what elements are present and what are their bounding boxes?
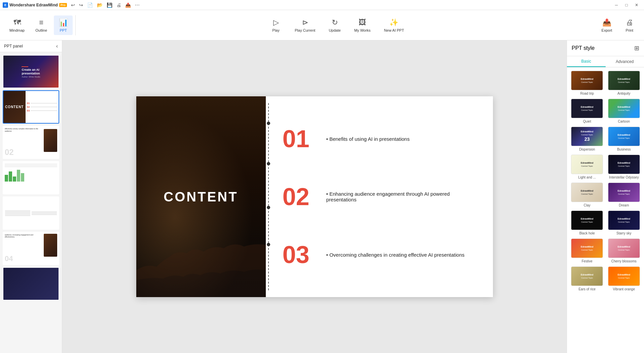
style-name-black-hole: Black hole: [579, 231, 595, 235]
red-bar: [22, 66, 28, 67]
style-item-business[interactable]: EdrawMind Central Topic Business: [607, 127, 641, 151]
undo-button[interactable]: ↩: [70, 2, 76, 8]
main-slide: CONTENT 01 Benefits of using AI in prese…: [136, 96, 493, 297]
slide-item-2: 02 Enhancing audience engagement through…: [283, 181, 476, 212]
mindmap-label: Mindmap: [9, 28, 25, 32]
style-item-dream[interactable]: EdrawMind Central Topic Dream: [607, 183, 641, 207]
slide-left-panel: CONTENT: [136, 96, 266, 297]
style-preview-cherry-blossoms: EdrawMind Central Topic: [608, 238, 640, 258]
pro-badge: Pro: [59, 3, 67, 7]
style-preview-business: EdrawMind Central Topic: [608, 127, 640, 146]
style-item-light[interactable]: EdrawMind Central Topic Light and ...: [570, 155, 604, 179]
style-item-road-trip[interactable]: EdrawMind Central Topic Road trip: [570, 71, 604, 95]
slide-2-item-3: 03: [27, 109, 57, 112]
slide-bullet-2: Enhancing audience engagement through AI…: [326, 191, 476, 202]
export-icon: 📤: [602, 18, 611, 27]
window-controls: ─ □ ✕: [612, 2, 641, 8]
panel-collapse-button[interactable]: ‹: [56, 43, 58, 49]
slide-thumbnail-2[interactable]: CONTENT 01 02 03: [3, 90, 59, 124]
style-preview-interstellar: EdrawMind Central Topic: [608, 155, 640, 174]
my-works-button[interactable]: 🖼 My Works: [350, 15, 375, 35]
style-item-cartoon[interactable]: EdrawMind Central Topic Cartoon: [607, 99, 641, 123]
maximize-button[interactable]: □: [622, 2, 631, 8]
redo-button[interactable]: ↪: [78, 2, 84, 8]
style-name-starry-sky: Starry sky: [616, 231, 631, 235]
slide-thumbnail-6[interactable]: audience, increasing engagement and effe…: [3, 232, 59, 265]
style-item-cherry-blossoms[interactable]: EdrawMind Central Topic Cherry blossoms: [607, 238, 641, 263]
update-button[interactable]: ↻ Update: [325, 15, 345, 35]
title-bar: E Wondershare EdrawMind Pro ↩ ↪ 📄 📂 💾 🖨 …: [0, 0, 644, 10]
play-button[interactable]: ▷ Play: [266, 15, 285, 35]
tab-basic[interactable]: Basic: [567, 56, 606, 67]
print-title-button[interactable]: 🖨: [115, 2, 122, 8]
slide-item-3: 03 Overcoming challenges in creating eff…: [283, 239, 476, 270]
slide-2-right: 01 02 03: [26, 91, 59, 123]
style-name-festive: Festive: [582, 259, 593, 263]
style-item-festive[interactable]: EdrawMind Central Topic Festive: [570, 238, 604, 263]
style-preview-festive: EdrawMind Central Topic: [571, 238, 603, 258]
slide-item-3-content: Overcoming challenges in creating effect…: [326, 252, 465, 258]
slide-number-1: 01: [283, 127, 316, 151]
mindmap-button[interactable]: 🗺 Mindmap: [5, 15, 29, 35]
print-button[interactable]: 🖨 Print: [620, 15, 639, 35]
panel-toggle-button[interactable]: ⊞: [634, 44, 639, 52]
play-current-button[interactable]: ⊳ Play Current: [291, 15, 319, 35]
panel-header: PPT panel ‹: [0, 40, 62, 52]
save-file-button[interactable]: 💾: [105, 2, 114, 8]
more-button[interactable]: ⋯: [134, 2, 141, 8]
tab-advanced[interactable]: Advanced: [606, 56, 644, 67]
style-tabs: Basic Advanced: [567, 56, 644, 67]
slide-thumbnail-4[interactable]: [3, 161, 59, 194]
style-item-ears-of-rice[interactable]: EdrawMind Central Topic Ears of rice: [570, 266, 604, 291]
new-file-button[interactable]: 📄: [86, 2, 94, 8]
right-panel-title: PPT style: [572, 45, 595, 51]
style-preview-dream: EdrawMind Central Topic: [608, 183, 640, 202]
style-name-vibrant-orange: Vibrant orange: [613, 287, 635, 291]
my-works-label: My Works: [354, 28, 371, 32]
style-item-antiquity[interactable]: EdrawMind Central Topic Antiquity: [607, 71, 641, 95]
slide-number-3: 03: [283, 243, 316, 267]
slide-thumbnail-1[interactable]: Create an AIpresentation Author: White S…: [3, 55, 59, 88]
slide-thumbnail-5[interactable]: [3, 196, 59, 230]
panel-title: PPT panel: [4, 44, 23, 49]
slide-3-preview: effectively convey complex information t…: [3, 126, 59, 158]
slide-thumbnail-3[interactable]: effectively convey complex information t…: [3, 126, 59, 159]
outline-button[interactable]: ≡ Outline: [31, 15, 51, 35]
outline-label: Outline: [35, 28, 47, 32]
toolbar-center: ▷ Play ⊳ Play Current ↻ Update 🖼 My Work…: [78, 15, 596, 35]
style-item-black-hole[interactable]: EdrawMind Central Topic Black hole: [570, 211, 604, 235]
main-area: PPT panel ‹ Create an AIpresentation Aut…: [0, 40, 644, 353]
style-item-dispersion[interactable]: EdrawMind Central Topic 23 Dispersion: [570, 127, 604, 151]
style-preview-clay: EdrawMind Central Topic: [571, 183, 603, 202]
style-item-interstellar[interactable]: EdrawMind Central Topic Interstellar Ody…: [607, 155, 641, 179]
slide-2-item-1: 01: [27, 102, 57, 105]
slide-number-2: 02: [283, 185, 316, 209]
style-preview-quiet: EdrawMind Central Topic: [571, 99, 603, 118]
open-file-button[interactable]: 📂: [96, 2, 104, 8]
slide-thumbnail-7[interactable]: [3, 267, 59, 300]
right-panel: PPT style ⊞ Basic Advanced EdrawMind Cen…: [567, 40, 644, 353]
svg-point-3: [267, 206, 270, 209]
export-button[interactable]: 📤 Export: [596, 15, 618, 35]
update-icon: ↻: [332, 18, 338, 27]
minimize-button[interactable]: ─: [612, 2, 621, 8]
slide-1-preview: Create an AIpresentation Author: White S…: [3, 56, 59, 88]
landscape-svg: [136, 230, 266, 297]
style-name-ears-of-rice: Ears of rice: [578, 287, 596, 291]
close-button[interactable]: ✕: [632, 2, 641, 8]
export-title-button[interactable]: 📤: [124, 2, 132, 8]
ppt-button[interactable]: 📊 PPT: [54, 15, 73, 35]
style-item-clay[interactable]: EdrawMind Central Topic Clay: [570, 183, 604, 207]
style-item-vibrant-orange[interactable]: EdrawMind Central Topic Vibrant orange: [607, 266, 641, 291]
style-item-quiet[interactable]: EdrawMind Central Topic Quiet: [570, 99, 604, 123]
style-preview-dispersion: EdrawMind Central Topic 23: [571, 127, 603, 146]
svg-point-4: [267, 243, 270, 246]
style-item-starry-sky[interactable]: EdrawMind Central Topic Starry sky: [607, 211, 641, 235]
mindmap-icon: 🗺: [13, 18, 21, 27]
style-name-dream: Dream: [619, 203, 629, 207]
dashed-line-svg: [266, 103, 273, 290]
slide-2-item-2: 02: [27, 105, 57, 108]
toolbar-right: 📤 Export 🖨 Print: [596, 15, 639, 35]
style-preview-antiquity: EdrawMind Central Topic: [608, 71, 640, 90]
new-ai-ppt-button[interactable]: ✨ New AI PPT: [380, 15, 408, 35]
